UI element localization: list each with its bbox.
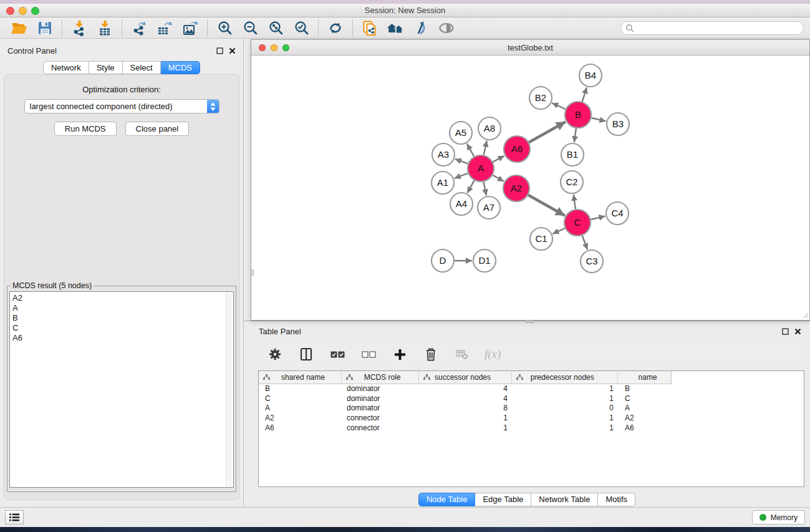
- criterion-dropdown[interactable]: largest connected component (directed): [24, 99, 219, 114]
- graph-node-C4[interactable]: C4: [606, 202, 629, 225]
- table-row[interactable]: Bdominator41B: [259, 384, 804, 394]
- zoom-in-button[interactable]: [216, 19, 233, 37]
- graph-node-C2[interactable]: C2: [561, 171, 583, 193]
- table-row[interactable]: Adominator80A: [259, 404, 804, 414]
- tab-select[interactable]: Select: [123, 61, 161, 74]
- delete-table-button[interactable]: [453, 346, 471, 363]
- graph-edge-A-A2[interactable]: [493, 175, 504, 181]
- table-row[interactable]: A6connector11A6: [259, 423, 804, 433]
- open-session-button[interactable]: [11, 19, 28, 37]
- column-header-mcds-role[interactable]: MCDS role: [342, 371, 419, 384]
- minimize-window-button[interactable]: [19, 7, 27, 15]
- result-item[interactable]: B: [10, 313, 233, 323]
- float-panel-icon[interactable]: [216, 47, 223, 54]
- close-panel-icon[interactable]: [229, 47, 236, 54]
- graph-edge-A2-C[interactable]: [528, 195, 565, 216]
- show-graphics-details-button[interactable]: [438, 19, 455, 37]
- graph-edge-A-A4[interactable]: [468, 180, 475, 193]
- graph-edge-B-B2[interactable]: [552, 103, 566, 109]
- delete-columns-button[interactable]: [422, 346, 440, 363]
- tab-edge-table[interactable]: Edge Table: [475, 493, 531, 506]
- add-column-button[interactable]: [391, 346, 408, 363]
- network-graph[interactable]: AA1A2A3A4A5A6A7A8BB1B2B3B4CC1C2C3C4DD1: [251, 56, 809, 319]
- graph-edge-A-A5[interactable]: [467, 143, 474, 156]
- table-row[interactable]: Cdominator41C: [259, 394, 804, 404]
- hide-graphics-details-button[interactable]: [412, 19, 430, 37]
- graph-node-B3[interactable]: B3: [607, 113, 629, 135]
- graph-node-B4[interactable]: B4: [579, 64, 602, 87]
- import-network-button[interactable]: [70, 19, 88, 37]
- window-resize-grip[interactable]: [801, 311, 809, 319]
- result-item[interactable]: A2: [10, 293, 233, 303]
- tab-network-table[interactable]: Network Table: [531, 493, 598, 506]
- column-header-successor-nodes[interactable]: successor nodes: [419, 371, 513, 384]
- graph-edge-B-B3[interactable]: [591, 118, 605, 121]
- hide-columns-button[interactable]: [360, 346, 377, 363]
- graph-node-A[interactable]: A: [468, 155, 494, 181]
- graph-node-C3[interactable]: C3: [581, 250, 603, 273]
- clone-network-button[interactable]: [361, 19, 378, 37]
- close-network-window-button[interactable]: [259, 44, 266, 51]
- graph-node-D1[interactable]: D1: [473, 249, 496, 272]
- memory-button[interactable]: Memory: [752, 510, 805, 525]
- graph-node-A1[interactable]: A1: [432, 172, 454, 194]
- tab-motifs[interactable]: Motifs: [598, 493, 635, 506]
- export-table-button[interactable]: [156, 19, 173, 37]
- result-item[interactable]: A6: [10, 333, 233, 343]
- graph-node-A4[interactable]: A4: [450, 193, 473, 215]
- graph-node-C1[interactable]: C1: [530, 228, 552, 250]
- graph-node-A2[interactable]: A2: [503, 175, 529, 201]
- graph-node-D[interactable]: D: [432, 249, 454, 272]
- refresh-layout-button[interactable]: [327, 19, 344, 37]
- zoom-out-button[interactable]: [241, 19, 259, 37]
- show-columns-button[interactable]: [329, 346, 346, 363]
- run-mcds-button[interactable]: Run MCDS: [54, 122, 117, 136]
- graph-edge-A6-B[interactable]: [529, 122, 566, 142]
- close-panel-icon[interactable]: [794, 328, 801, 335]
- zoom-selected-button[interactable]: [292, 19, 310, 37]
- split-columns-button[interactable]: [297, 346, 315, 363]
- column-header-shared-name[interactable]: shared name: [259, 371, 342, 384]
- result-item[interactable]: C: [10, 323, 233, 333]
- maximize-network-window-button[interactable]: [282, 44, 289, 51]
- result-list-scrollbar[interactable]: [226, 293, 233, 486]
- graph-edge-A-A6[interactable]: [493, 156, 504, 162]
- graph-node-B2[interactable]: B2: [529, 87, 552, 109]
- maximize-window-button[interactable]: [31, 7, 39, 15]
- graph-node-C[interactable]: C: [564, 210, 591, 236]
- window-edge-grip[interactable]: [251, 269, 254, 276]
- graph-edge-B-B4[interactable]: [582, 87, 587, 102]
- import-table-button[interactable]: [96, 19, 113, 37]
- search-field[interactable]: [620, 21, 804, 35]
- graph-node-A6[interactable]: A6: [504, 136, 530, 162]
- result-item[interactable]: A: [10, 303, 233, 313]
- graph-edge-C-C3[interactable]: [582, 236, 587, 250]
- export-network-button[interactable]: [130, 19, 148, 37]
- tab-network[interactable]: Network: [43, 61, 89, 74]
- graph-edge-A-A7[interactable]: [483, 182, 486, 196]
- table-row[interactable]: A2connector11A2: [259, 414, 804, 423]
- close-window-button[interactable]: [6, 7, 14, 15]
- column-header-name[interactable]: name: [618, 371, 671, 384]
- function-builder-button[interactable]: f(x): [485, 347, 501, 361]
- networks-home-button[interactable]: [387, 19, 404, 37]
- search-input[interactable]: [634, 22, 803, 34]
- tab-style[interactable]: Style: [89, 61, 123, 74]
- tab-mcds[interactable]: MCDS: [161, 61, 200, 74]
- graph-node-A8[interactable]: A8: [478, 117, 501, 140]
- task-history-button[interactable]: [5, 510, 24, 525]
- zoom-fit-button[interactable]: [267, 19, 284, 37]
- export-image-button[interactable]: [181, 19, 199, 37]
- float-panel-icon[interactable]: [782, 328, 789, 335]
- graph-edge-C-C2[interactable]: [574, 195, 576, 209]
- graph-edge-C-C4[interactable]: [591, 216, 605, 220]
- close-panel-button[interactable]: Close panel: [125, 122, 190, 136]
- graph-node-A7[interactable]: A7: [478, 196, 500, 219]
- graph-edge-A-A1[interactable]: [455, 173, 468, 178]
- graph-edge-A-A3[interactable]: [455, 159, 468, 164]
- graph-edge-B-B1[interactable]: [574, 128, 576, 142]
- save-session-button[interactable]: [36, 19, 54, 37]
- column-header-predecessor-nodes[interactable]: predecessor nodes: [512, 371, 618, 384]
- graph-node-A5[interactable]: A5: [450, 122, 472, 144]
- network-canvas[interactable]: AA1A2A3A4A5A6A7A8BB1B2B3B4CC1C2C3C4DD1: [251, 56, 809, 319]
